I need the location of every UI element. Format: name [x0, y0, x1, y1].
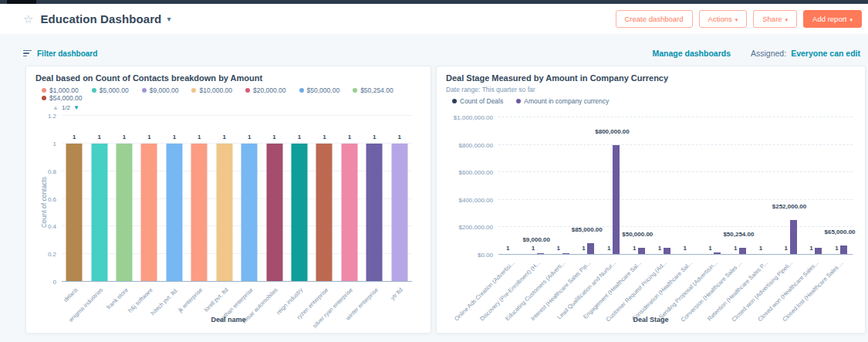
deal-bar[interactable] — [366, 144, 383, 282]
deal-bar[interactable] — [141, 144, 157, 282]
report-card-deal-stage-amount: Deal Stage Measured by Amount in Company… — [436, 66, 866, 334]
amount-value-label: $85,000.00 — [572, 226, 603, 233]
caret-down-icon: ▾ — [849, 17, 853, 22]
assigned-value-link[interactable]: Everyone can edit — [791, 49, 860, 58]
y-tick-label: 0.2 — [48, 251, 56, 258]
count-of-deals-label: 1 — [809, 245, 812, 252]
bar-value-label: 1 — [387, 134, 411, 141]
bar-slot: 1ryzen enterprise — [312, 116, 336, 282]
assigned-label: Assigned: — [751, 49, 786, 58]
deal-bar[interactable] — [117, 144, 133, 282]
count-of-deals-label: 1 — [557, 245, 560, 252]
bar-slot: 1$9,000.00Discovery (Pre-Enrollment) (H.… — [524, 117, 549, 255]
legend-item[interactable]: $9,000.00 — [142, 86, 179, 94]
bar-chart-plot: $0.00$200,000.00$400,000.00$600,000.00$8… — [498, 117, 853, 255]
pager-down-icon[interactable]: ▼ — [73, 104, 79, 111]
legend-dot-icon — [92, 88, 96, 93]
deal-bar[interactable] — [166, 144, 182, 282]
count-of-deals-label: 1 — [633, 245, 636, 252]
legend-item[interactable]: $10,000.00 — [191, 86, 232, 94]
actions-button[interactable]: Actions▾ — [699, 10, 748, 28]
bar-value-label: 1 — [262, 134, 286, 141]
x-tick-label: delaris — [62, 286, 79, 303]
x-axis-title: Deal Stage — [437, 316, 865, 323]
bar-slot: 1Customer Request Pricing (Ad... — [650, 117, 676, 255]
share-button[interactable]: Share▾ — [753, 10, 797, 28]
manage-dashboards-link[interactable]: Manage dashboards — [652, 49, 731, 58]
filter-dashboard-button[interactable]: Filter dashboard — [23, 49, 97, 58]
title-dropdown-caret-icon[interactable]: ▾ — [167, 15, 171, 23]
deal-bar[interactable] — [341, 144, 357, 282]
legend-dot-icon — [245, 88, 250, 93]
legend-item[interactable]: $54,000.00 — [42, 94, 83, 102]
amount-bar[interactable] — [790, 220, 797, 255]
deal-bar[interactable] — [216, 144, 232, 282]
deal-bar[interactable] — [391, 144, 407, 282]
count-of-deals-label: 1 — [506, 245, 509, 252]
legend-item[interactable]: $50,000.00 — [299, 86, 340, 94]
favorite-star-icon[interactable]: ☆ — [23, 13, 33, 25]
amount-value-label: $9,000.00 — [522, 236, 550, 243]
x-tick-label: frank store — [105, 286, 129, 310]
y-tick-label: $800,000.00 — [459, 141, 494, 148]
toolbar-right: Manage dashboards Assigned:Everyone can … — [652, 49, 860, 58]
reports-grid: Deal based on Count of Contacts breakdow… — [25, 66, 866, 334]
legend-dot-icon — [516, 99, 521, 103]
amount-value-label: $65,000.00 — [825, 229, 856, 235]
legend-item[interactable]: $20,000.00 — [245, 86, 286, 94]
bar-slot: 1$252,000.00Closed won (Advertising Pipe… — [777, 117, 802, 255]
bar-slot: 1$85,000.00Interest (Healthcare Sales Pi… — [574, 117, 599, 255]
legend-item[interactable]: $5,000.00 — [92, 86, 129, 94]
deal-bar[interactable] — [91, 144, 107, 282]
count-of-deals-label: 1 — [708, 245, 711, 252]
assigned-status: Assigned:Everyone can edit — [751, 49, 860, 58]
amount-bar[interactable] — [613, 145, 620, 255]
bar-value-label: 1 — [212, 134, 237, 141]
count-of-deals-label: 1 — [658, 245, 661, 252]
deal-bar[interactable] — [266, 144, 282, 282]
legend-label: $9,000.00 — [150, 86, 179, 94]
legend-label: Amount in company currency — [524, 97, 609, 105]
legend-item[interactable]: $50,254.00 — [353, 86, 393, 94]
add-report-button[interactable]: Add report▾ — [803, 10, 862, 28]
legend-label: $10,000.00 — [199, 86, 232, 94]
bar-slot: 1Educating Customers (Adverti... — [549, 117, 575, 255]
bar-slot: 1Consideration (Healthcare Sal... — [675, 117, 701, 255]
filter-icon — [23, 50, 32, 57]
chrome-tab-edge — [7, 0, 36, 4]
y-tick-label: 0 — [53, 279, 56, 286]
legend-item[interactable]: $1,000.00 — [42, 86, 79, 94]
legend-pager: ▲ 1/2 ▼ — [52, 104, 421, 111]
legend-dot-icon — [42, 88, 46, 93]
y-tick-label: $200,000.00 — [459, 224, 494, 231]
bar-value-label: 1 — [362, 134, 387, 141]
y-tick-label: $1,000,000.00 — [454, 114, 493, 121]
bar-slot: 1lorell pvt. ltd — [212, 116, 237, 282]
chart-legend: Count of DealsAmount in company currency — [452, 97, 856, 105]
deal-bar[interactable] — [191, 144, 208, 282]
deal-bar[interactable] — [292, 144, 308, 282]
legend-dot-icon — [353, 88, 357, 93]
chart-legend: $1,000.00$5,000.00$9,000.00$10,000.00$20… — [42, 86, 421, 102]
create-dashboard-button[interactable]: Create dashboard — [616, 10, 693, 28]
x-tick-label: jk enterprise — [177, 286, 204, 313]
legend-item[interactable]: Amount in company currency — [516, 97, 609, 105]
bar-value-label: 1 — [287, 134, 312, 141]
legend-item[interactable]: Count of Deals — [452, 97, 503, 105]
pager-up-icon[interactable]: ▲ — [52, 104, 59, 111]
page-title: Education Dashboard — [40, 12, 161, 25]
deal-bar[interactable] — [66, 144, 83, 282]
deal-bar[interactable] — [316, 144, 333, 282]
chart-area: 00.20.40.60.811.21delaris1enigma industr… — [35, 116, 421, 282]
deal-bar[interactable] — [241, 144, 258, 282]
browser-chrome-strip — [0, 0, 868, 4]
chart-area: $0.00$200,000.00$400,000.00$600,000.00$8… — [446, 117, 856, 255]
bar-slot: 1h&j software — [137, 116, 161, 282]
y-axis-title: Count of contacts — [40, 177, 48, 228]
legend-dot-icon — [42, 96, 46, 100]
bar-value-label: 1 — [187, 134, 211, 141]
bar-slot: 1ytr ltd — [387, 116, 411, 282]
legend-label: $5,000.00 — [100, 86, 129, 94]
amount-bar[interactable] — [587, 243, 594, 255]
dashboard-header: ☆ Education Dashboard ▾ Create dashboard… — [0, 4, 868, 34]
